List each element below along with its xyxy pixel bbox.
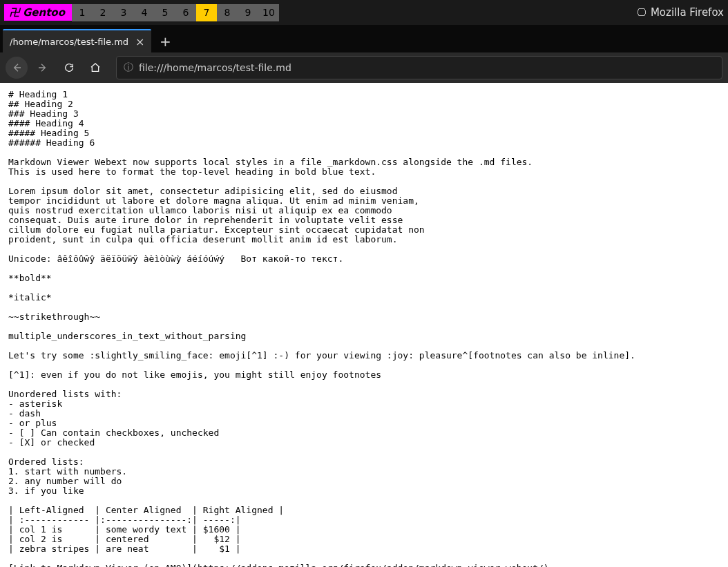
- workspace-list: 12345678910: [72, 4, 279, 21]
- wm-distro-label: Gentoo: [23, 6, 65, 19]
- new-tab-button[interactable]: +: [154, 30, 176, 52]
- wm-bar: ࿖ Gentoo 12345678910 🖵 Mozilla Firefox: [0, 0, 728, 25]
- workspace-6[interactable]: 6: [175, 4, 196, 21]
- display-icon: 🖵: [637, 7, 646, 18]
- nav-toolbar: ⓘ file:///home/marcos/test-file.md: [0, 52, 728, 83]
- url-bar[interactable]: ⓘ file:///home/marcos/test-file.md: [116, 56, 722, 79]
- close-icon[interactable]: ×: [135, 35, 144, 48]
- browser-tab[interactable]: /home/marcos/test-file.md ×: [3, 29, 151, 52]
- workspace-3[interactable]: 3: [113, 4, 134, 21]
- file-text: # Heading 1 ## Heading 2 ### Heading 3 #…: [0, 83, 728, 567]
- tab-title: /home/marcos/test-file.md: [10, 37, 128, 47]
- info-icon[interactable]: ⓘ: [124, 61, 133, 74]
- workspace-10[interactable]: 10: [258, 4, 279, 21]
- wm-left: ࿖ Gentoo 12345678910: [4, 4, 279, 21]
- wm-right: 🖵 Mozilla Firefox: [637, 6, 724, 19]
- back-button[interactable]: [6, 57, 28, 79]
- workspace-8[interactable]: 8: [217, 4, 238, 21]
- arrow-left-icon: [11, 62, 22, 73]
- forward-button[interactable]: [32, 57, 54, 79]
- reload-icon: [64, 62, 75, 73]
- browser-chrome: /home/marcos/test-file.md × + ⓘ file:///…: [0, 25, 728, 83]
- url-text: file:///home/marcos/test-file.md: [139, 62, 291, 73]
- arrow-right-icon: [37, 62, 48, 73]
- wm-distro-badge[interactable]: ࿖ Gentoo: [4, 4, 72, 21]
- page-content: # Heading 1 ## Heading 2 ### Heading 3 #…: [0, 83, 728, 567]
- workspace-1[interactable]: 1: [72, 4, 93, 21]
- gentoo-icon: ࿖: [10, 6, 20, 19]
- tab-bar: /home/marcos/test-file.md × +: [0, 25, 728, 52]
- workspace-2[interactable]: 2: [93, 4, 113, 21]
- wm-active-window-title: Mozilla Firefox: [651, 6, 724, 19]
- workspace-9[interactable]: 9: [238, 4, 258, 21]
- reload-button[interactable]: [58, 57, 80, 79]
- plus-icon: +: [160, 33, 171, 50]
- workspace-4[interactable]: 4: [134, 4, 155, 21]
- workspace-7[interactable]: 7: [196, 4, 217, 21]
- home-icon: [90, 62, 101, 73]
- home-button[interactable]: [84, 57, 106, 79]
- workspace-5[interactable]: 5: [155, 4, 175, 21]
